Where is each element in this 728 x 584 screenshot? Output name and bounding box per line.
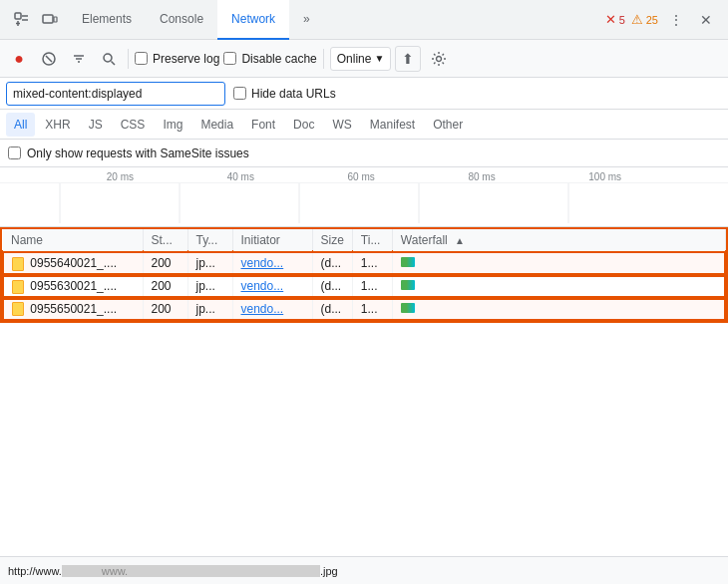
svg-point-12 <box>104 54 112 62</box>
more-options-icon[interactable]: ⋮ <box>664 8 688 32</box>
svg-rect-0 <box>15 13 21 19</box>
import-button[interactable]: ⬆ <box>395 46 421 72</box>
header-size[interactable]: Size <box>312 229 352 252</box>
samesite-checkbox[interactable] <box>8 146 21 159</box>
svg-point-14 <box>437 56 442 61</box>
throttle-select[interactable]: Online ▼ <box>330 47 392 71</box>
row-time: 1... <box>352 275 392 298</box>
header-name[interactable]: Name <box>3 229 143 252</box>
device-toolbar-icon[interactable] <box>38 8 62 32</box>
type-filter-font[interactable]: Font <box>243 113 283 137</box>
type-filter-xhr[interactable]: XHR <box>37 113 78 137</box>
close-devtools-icon[interactable]: ✕ <box>694 8 718 32</box>
header-status[interactable]: St... <box>143 229 187 252</box>
inspect-icon[interactable] <box>10 8 34 32</box>
row-status: 200 <box>143 275 187 298</box>
tab-network[interactable]: Network <box>217 0 289 40</box>
status-bar: http://www.www. .j pg <box>0 556 728 584</box>
throttle-dropdown-icon: ▼ <box>374 53 384 64</box>
separator-1 <box>128 49 129 69</box>
row-size: (d... <box>312 252 352 275</box>
network-toolbar: ● Preserve log Disable cache Online ▼ ⬆ <box>0 40 728 78</box>
header-time[interactable]: Ti... <box>352 229 392 252</box>
tab-console[interactable]: Console <box>146 0 217 40</box>
table-row[interactable]: 0955630021_.... 200 jp... vendo... (d... <box>3 275 725 298</box>
row-status: 200 <box>143 252 187 275</box>
file-icon <box>12 257 24 271</box>
row-waterfall <box>392 275 725 298</box>
waterfall-bar <box>401 257 415 267</box>
row-name: 0955640021_.... <box>3 252 143 275</box>
type-filter-css[interactable]: CSS <box>113 113 154 137</box>
row-time: 1... <box>352 252 392 275</box>
hide-data-urls-checkbox[interactable]: Hide data URLs <box>233 87 336 101</box>
timeline-area: 20 ms 40 ms 60 ms 80 ms 100 ms <box>0 167 728 227</box>
filter-bar: Hide data URLs <box>0 78 728 110</box>
svg-rect-6 <box>54 17 57 22</box>
devtools-icons <box>4 8 68 32</box>
timeline-canvas <box>0 183 728 223</box>
error-count: ✕ 5 <box>605 12 625 27</box>
header-type[interactable]: Ty... <box>187 229 232 252</box>
header-initiator[interactable]: Initiator <box>232 229 312 252</box>
type-filter-doc[interactable]: Doc <box>285 113 322 137</box>
waterfall-bar <box>401 303 415 313</box>
timeline-labels: 20 ms 40 ms 60 ms 80 ms 100 ms <box>0 167 728 183</box>
type-filter-all[interactable]: All <box>6 113 35 137</box>
row-time: 1... <box>352 298 392 321</box>
row-waterfall <box>392 298 725 321</box>
table-row[interactable]: 0955640021_.... 200 jp... vendo... (d... <box>3 252 725 275</box>
tab-bar: Elements Console Network » ✕ 5 ⚠ 25 ⋮ ✕ <box>0 0 728 40</box>
settings-button[interactable] <box>427 47 451 71</box>
record-button[interactable]: ● <box>6 46 32 72</box>
type-filter-ws[interactable]: WS <box>324 113 359 137</box>
filter-toggle-button[interactable] <box>66 46 92 72</box>
preserve-log-checkbox[interactable]: Preserve log <box>135 52 219 66</box>
row-type: jp... <box>187 298 232 321</box>
type-filter-other[interactable]: Other <box>425 113 471 137</box>
waterfall-bar <box>401 280 415 290</box>
svg-line-13 <box>112 61 116 65</box>
svg-line-8 <box>46 56 52 62</box>
samesite-bar: Only show requests with SameSite issues <box>0 140 728 167</box>
row-size: (d... <box>312 275 352 298</box>
row-name: 0955630021_.... <box>3 275 143 298</box>
type-filter-manifest[interactable]: Manifest <box>362 113 423 137</box>
svg-rect-5 <box>43 15 53 23</box>
table-header-row: Name St... Ty... Initiator Size <box>3 229 725 252</box>
type-filter-bar: All XHR JS CSS Img Media Font Doc WS Man… <box>0 110 728 140</box>
sort-arrow-icon: ▲ <box>455 235 465 246</box>
type-filter-media[interactable]: Media <box>192 113 241 137</box>
table-row[interactable]: 0955650021_.... 200 jp... vendo... (d... <box>3 298 725 321</box>
row-size: (d... <box>312 298 352 321</box>
type-filter-img[interactable]: Img <box>155 113 190 137</box>
row-initiator[interactable]: vendo... <box>232 275 312 298</box>
file-icon <box>12 302 24 316</box>
status-url-newline: pg <box>325 565 337 577</box>
row-name: 0955650021_.... <box>3 298 143 321</box>
row-waterfall <box>392 252 725 275</box>
filter-input[interactable] <box>6 82 225 106</box>
network-table-container[interactable]: Name St... Ty... Initiator Size <box>0 227 728 556</box>
search-button[interactable] <box>96 46 122 72</box>
row-initiator[interactable]: vendo... <box>232 298 312 321</box>
separator-2 <box>323 49 324 69</box>
tab-elements[interactable]: Elements <box>68 0 146 40</box>
warning-count: ⚠ 25 <box>631 12 658 27</box>
row-type: jp... <box>187 275 232 298</box>
tab-bar-right: ✕ 5 ⚠ 25 ⋮ ✕ <box>605 8 724 32</box>
tab-more[interactable]: » <box>289 0 324 40</box>
type-filter-js[interactable]: JS <box>81 113 111 137</box>
disable-cache-checkbox[interactable]: Disable cache <box>223 52 316 66</box>
file-icon <box>12 280 24 294</box>
network-table: Name St... Ty... Initiator Size <box>2 229 726 321</box>
row-type: jp... <box>187 252 232 275</box>
status-url: http://www.www. .j <box>8 565 325 577</box>
row-status: 200 <box>143 298 187 321</box>
row-initiator[interactable]: vendo... <box>232 252 312 275</box>
header-waterfall[interactable]: Waterfall ▲ <box>392 229 725 252</box>
clear-button[interactable] <box>36 46 62 72</box>
